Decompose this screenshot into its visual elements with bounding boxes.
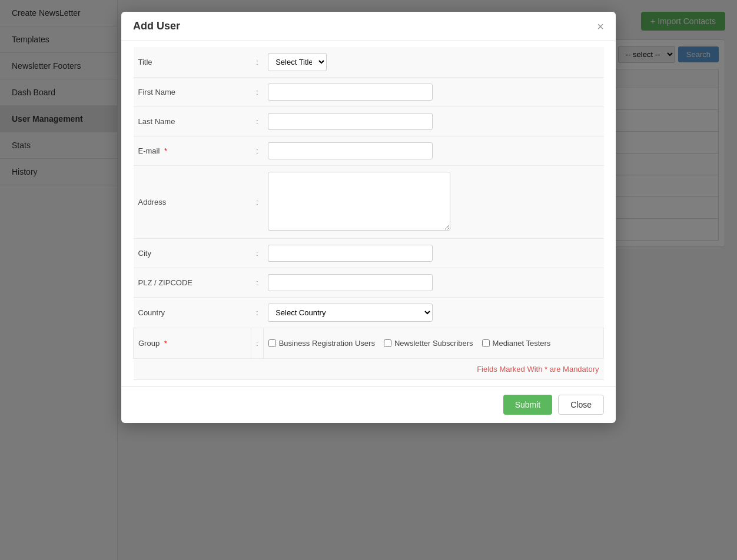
lastname-colon: : [251,107,264,136]
add-user-modal: Add User × Title : Select Title Mr. Mrs. [121,12,616,423]
email-row: E-mail * : [134,136,604,166]
group-colon: : [251,328,264,359]
email-input-cell [263,136,603,166]
zipcode-colon: : [251,268,264,298]
city-label: City [134,239,251,268]
zipcode-label: PLZ / ZIPCODE [134,268,251,298]
group-checkboxes-cell: Business Registration Users Newsletter S… [263,328,603,359]
firstname-label: First Name [134,78,251,107]
title-row: Title : Select Title Mr. Mrs. Ms. Dr. [134,47,604,78]
country-colon: : [251,298,264,328]
city-colon: : [251,239,264,268]
modal-close-button[interactable]: × [597,21,604,32]
country-input-cell: Select Country Germany United States Uni… [263,298,603,328]
group-required-star: * [164,339,167,348]
lastname-label: Last Name [134,107,251,136]
email-colon: : [251,136,264,166]
title-label: Title [134,47,251,78]
firstname-input[interactable] [268,84,433,101]
city-row: City : [134,239,604,268]
address-colon: : [251,166,264,239]
firstname-input-cell [263,78,603,107]
firstname-colon: : [251,78,264,107]
checkbox-newsletter[interactable] [384,339,391,347]
email-input[interactable] [268,142,433,159]
modal-body: Title : Select Title Mr. Mrs. Ms. Dr. [121,41,616,386]
title-input-cell: Select Title Mr. Mrs. Ms. Dr. [263,47,603,78]
checkbox-medianet-label: Medianet Testers [482,339,551,348]
firstname-row: First Name : [134,78,604,107]
lastname-input[interactable] [268,113,433,130]
city-input-cell [263,239,603,268]
modal-header: Add User × [121,12,616,41]
form-table: Title : Select Title Mr. Mrs. Ms. Dr. [133,47,604,380]
title-select[interactable]: Select Title Mr. Mrs. Ms. Dr. [268,53,327,71]
group-label: Group * [134,328,251,359]
mandatory-note: Fields Marked With * are Mandatory [134,359,604,380]
group-row: Group * : Business Registration Users [134,328,604,359]
zipcode-input-cell [263,268,603,298]
country-label: Country [134,298,251,328]
lastname-row: Last Name : [134,107,604,136]
address-label: Address [134,166,251,239]
lastname-input-cell [263,107,603,136]
checkbox-business[interactable] [268,339,276,347]
checkbox-business-label: Business Registration Users [268,339,375,348]
city-input[interactable] [268,245,433,262]
country-row: Country : Select Country Germany United … [134,298,604,328]
title-colon: : [251,47,264,78]
modal-footer: Submit Close [121,386,616,423]
checkbox-group: Business Registration Users Newsletter S… [268,334,599,352]
address-textarea[interactable] [268,172,450,231]
country-select[interactable]: Select Country Germany United States Uni… [268,304,433,322]
submit-button[interactable]: Submit [503,395,553,415]
modal-overlay: Add User × Title : Select Title Mr. Mrs. [0,0,737,560]
address-input-cell [263,166,603,239]
address-row: Address : [134,166,604,239]
close-modal-button[interactable]: Close [558,395,604,415]
checkbox-newsletter-label: Newsletter Subscribers [384,339,473,348]
zipcode-input[interactable] [268,274,433,291]
checkbox-medianet[interactable] [482,339,490,347]
email-required-star: * [164,146,167,155]
mandatory-note-row: Fields Marked With * are Mandatory [134,359,604,380]
email-label: E-mail * [134,136,251,166]
modal-title: Add User [133,20,180,32]
zipcode-row: PLZ / ZIPCODE : [134,268,604,298]
